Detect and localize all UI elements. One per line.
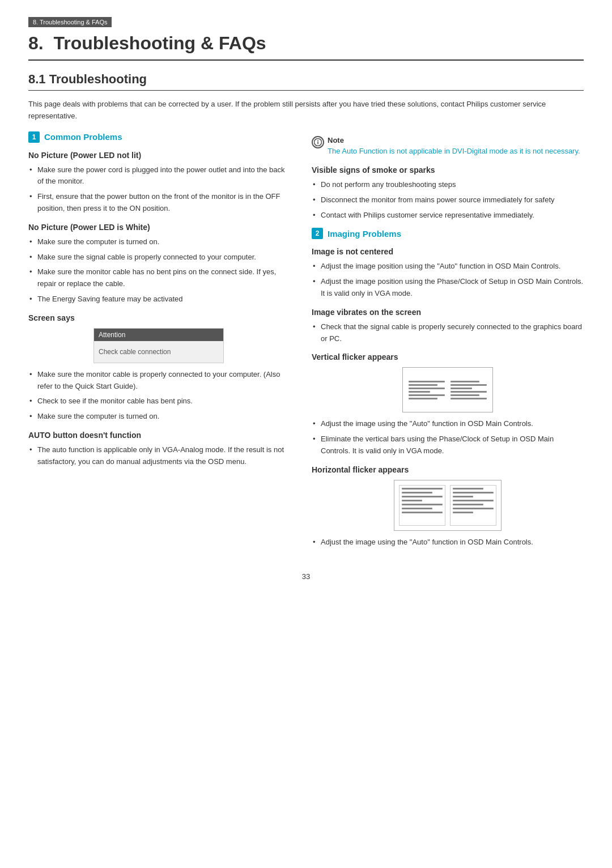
flicker-line: [409, 394, 445, 396]
horiz-line: [402, 500, 422, 501]
flicker-col-left: [409, 381, 445, 399]
check-cable-text: Check cable connection: [94, 341, 223, 363]
image-vibrates-title: Image vibrates on the screen: [312, 308, 584, 317]
no-picture-led-white-list: Make sure the computer is turned on. Mak…: [28, 236, 289, 305]
list-item: The auto function is applicable only in …: [28, 444, 289, 468]
left-column: 1 Common Problems No Picture (Power LED …: [28, 131, 289, 555]
visible-signs-title: Visible signs of smoke or sparks: [312, 165, 584, 175]
imaging-problems-header: 2 Imaging Problems: [312, 228, 584, 239]
horiz-panel-right: [450, 485, 496, 526]
imaging-problems-badge: 2: [312, 228, 323, 239]
list-item: Adjust the image position using the Phas…: [312, 276, 584, 300]
no-picture-led-not-lit-list: Make sure the power cord is plugged into…: [28, 164, 289, 215]
horiz-line: [402, 504, 443, 505]
list-item: Disconnect the monitor from mains power …: [312, 194, 584, 206]
screen-says-title: Screen says: [28, 313, 289, 322]
chapter-title: 8. Troubleshooting & FAQs: [28, 33, 584, 61]
horiz-line: [402, 512, 443, 513]
note-box: Note The Auto Function is not applicable…: [312, 136, 584, 157]
list-item: Make sure the signal cable is properly c…: [28, 252, 289, 263]
vertical-flicker-illustration: [402, 367, 493, 412]
note-text: The Auto Function is not applicable in D…: [328, 146, 584, 157]
horiz-line: [453, 512, 473, 513]
flicker-line: [409, 381, 445, 382]
list-item: First, ensure that the power button on t…: [28, 191, 289, 215]
list-item: Do not perform any troubleshooting steps: [312, 179, 584, 191]
no-picture-led-not-lit-title: No Picture (Power LED not lit): [28, 151, 289, 160]
screen-says-dialog: Attention Check cable connection: [94, 328, 224, 363]
svg-rect-1: [317, 140, 318, 141]
list-item: Adjust the image using the "Auto" functi…: [312, 537, 584, 548]
flicker-col-right: [450, 381, 487, 399]
horiz-line: [453, 504, 483, 505]
list-item: Check to see if the monitor cable has be…: [28, 395, 289, 407]
horiz-line: [402, 508, 432, 509]
auto-button-title: AUTO button doesn't function: [28, 431, 289, 440]
horiz-line: [453, 496, 473, 497]
horiz-line: [402, 496, 443, 497]
horiz-line: [453, 488, 483, 490]
imaging-problems-label: Imaging Problems: [328, 229, 401, 239]
page-number: 33: [28, 572, 584, 581]
list-item: Make sure the monitor cable is properly …: [28, 369, 289, 393]
flicker-line: [409, 388, 445, 389]
list-item: Adjust the image using the "Auto" functi…: [312, 418, 584, 430]
attention-bar: Attention: [94, 329, 223, 341]
list-item: Adjust the image position using the "Aut…: [312, 261, 584, 273]
list-item: Make sure the power cord is plugged into…: [28, 164, 289, 188]
horiz-line: [402, 492, 432, 493]
horiz-panel-left: [399, 485, 445, 526]
list-item: Make sure the computer is turned on.: [28, 236, 289, 248]
flicker-line: [409, 391, 430, 393]
no-picture-led-white-title: No Picture (Power LED is White): [28, 223, 289, 232]
horiz-line: [453, 500, 494, 501]
image-vibrates-list: Check that the signal cable is properly …: [312, 321, 584, 345]
common-problems-label: Common Problems: [44, 132, 122, 142]
horiz-line: [453, 492, 494, 493]
horizontal-flicker-list: Adjust the image using the "Auto" functi…: [312, 537, 584, 548]
image-not-centered-list: Adjust the image position using the "Aut…: [312, 261, 584, 299]
list-item: The Energy Saving feature may be activat…: [28, 293, 289, 305]
intro-text: This page deals with problems that can b…: [28, 99, 584, 122]
two-column-layout: 1 Common Problems No Picture (Power LED …: [28, 131, 584, 555]
flicker-line: [409, 384, 437, 386]
screen-says-list: Make sure the monitor cable is properly …: [28, 369, 289, 423]
right-column: Note The Auto Function is not applicable…: [312, 131, 584, 555]
flicker-line: [450, 388, 472, 389]
vertical-flicker-title: Vertical flicker appears: [312, 352, 584, 361]
auto-button-list: The auto function is applicable only in …: [28, 444, 289, 468]
common-problems-badge: 1: [28, 131, 40, 143]
list-item: Eliminate the vertical bars using the Ph…: [312, 433, 584, 457]
note-content: Note The Auto Function is not applicable…: [328, 136, 584, 157]
svg-rect-2: [317, 141, 318, 144]
visible-signs-list: Do not perform any troubleshooting steps…: [312, 179, 584, 221]
horiz-line: [453, 508, 494, 509]
list-item: Make sure the computer is turned on.: [28, 411, 289, 423]
flicker-line: [450, 384, 487, 386]
page: 8. Troubleshooting & FAQs 8. Troubleshoo…: [0, 0, 612, 868]
image-not-centered-title: Image is not centered: [312, 247, 584, 256]
flicker-line: [450, 398, 487, 399]
horiz-line: [402, 488, 443, 490]
section-8-1-title: 8.1 Troubleshooting: [28, 72, 584, 91]
vertical-flicker-list: Adjust the image using the "Auto" functi…: [312, 418, 584, 457]
common-problems-header: 1 Common Problems: [28, 131, 289, 143]
horizontal-flicker-title: Horizontal flicker appears: [312, 465, 584, 474]
flicker-line: [450, 381, 479, 382]
list-item: Check that the signal cable is properly …: [312, 321, 584, 345]
note-icon: [312, 136, 324, 148]
flicker-line: [450, 394, 479, 396]
list-item: Make sure the monitor cable has no bent …: [28, 266, 289, 290]
horizontal-flicker-illustration: [394, 480, 502, 531]
list-item: Contact with Philips customer service re…: [312, 210, 584, 222]
flicker-line: [409, 398, 437, 399]
note-label: Note: [328, 136, 584, 144]
breadcrumb: 8. Troubleshooting & FAQs: [28, 17, 112, 27]
flicker-line: [450, 391, 487, 393]
